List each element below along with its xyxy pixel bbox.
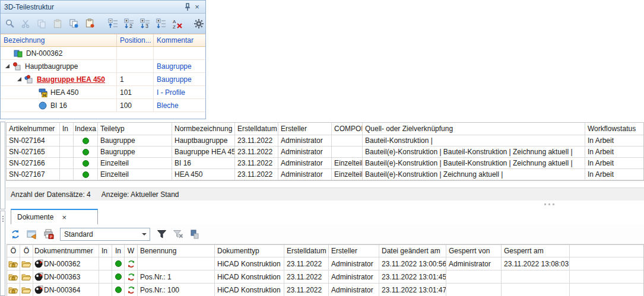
send-to-icon[interactable] — [27, 229, 37, 240]
folder-locked-icon — [8, 260, 18, 268]
expand-level-2-icon[interactable]: 2 — [124, 18, 135, 29]
cell-geaendert-am: 23.11.2022 13:00:56 — [379, 257, 446, 270]
pin-icon[interactable] — [183, 2, 192, 12]
tree-row[interactable]: DN-000362 — [1, 47, 205, 60]
close-icon[interactable]: × — [192, 2, 202, 12]
expander-icon[interactable] — [5, 64, 9, 68]
collapsed-panel-strip[interactable] — [0, 211, 5, 296]
tab-close-icon[interactable]: × — [62, 213, 66, 222]
cell-in1 — [99, 284, 112, 296]
expander-icon[interactable] — [17, 77, 21, 81]
document-number[interactable]: DN-000363 — [44, 273, 80, 281]
col-oeffnen-2[interactable]: Ö — [20, 245, 33, 257]
cell-erstelldatum: 23.11.2022 — [235, 158, 278, 168]
splitter-grip-dots — [2, 216, 4, 223]
col-gesperrt-von[interactable]: Gesperrt von — [446, 245, 502, 257]
document-row[interactable]: DN-000364 Pos.Nr.: 100 HiCAD Konstruktio… — [7, 284, 643, 296]
collapse-all-icon[interactable] — [108, 18, 119, 29]
paste-icon[interactable] — [52, 18, 63, 29]
copy-with-reference-icon[interactable] — [68, 18, 79, 29]
col-workflowstatus[interactable]: Workflowstatus — [585, 123, 643, 135]
col-ersteller[interactable]: Ersteller — [329, 245, 379, 257]
col-in[interactable]: In — [60, 123, 74, 135]
col-in-2[interactable]: In — [112, 245, 125, 257]
parts-row[interactable]: SN-027165 Baugruppe Baugruppe HEA 450 23… — [7, 147, 643, 158]
cell-verknuepfung: Bauteil(e)-Konstruktion | Zeichnung aktu… — [363, 169, 585, 180]
svg-text:H: H — [43, 93, 46, 97]
expand-level-3-icon[interactable]: 3 — [140, 18, 151, 29]
cell-open-locked[interactable] — [7, 284, 20, 296]
refresh-icon[interactable] — [10, 229, 21, 240]
col-artikelnummer[interactable]: Artikelnummer — [7, 123, 60, 135]
copy-reference-icon[interactable] — [189, 229, 200, 240]
tree-row[interactable]: H HEA 450 101 I - Profile — [1, 86, 205, 99]
document-number[interactable]: DN-000364 — [44, 286, 80, 294]
cell-artikelnummer: SN-027164 — [7, 135, 60, 146]
cell-open-locked[interactable] — [7, 270, 20, 283]
col-in-1[interactable]: In — [99, 245, 112, 257]
col-gesperrt-am[interactable]: Gesperrt am — [502, 245, 570, 257]
col-dokumenttyp[interactable]: Dokumenttyp — [215, 245, 284, 257]
tree-column-bezeichnung[interactable]: Bezeichnung — [1, 34, 117, 46]
cell-open[interactable] — [20, 284, 33, 296]
col-normbezeichnung[interactable]: Normbezeichnung — [172, 123, 235, 135]
tree-row[interactable]: Hauptbaugruppe Baugruppe — [1, 60, 205, 73]
cell-workflowstatus: In Arbeit — [585, 147, 643, 157]
tree-item-comment: Baugruppe — [154, 73, 205, 85]
col-verknuepfung[interactable]: Quell- oder Zielverknüpfung — [363, 123, 585, 135]
col-index[interactable]: Indexa — [74, 123, 98, 135]
search-icon[interactable] — [4, 18, 15, 29]
cell-open[interactable] — [20, 270, 33, 283]
copy-icon[interactable] — [36, 18, 47, 29]
col-benennung[interactable]: Benennung — [138, 245, 215, 257]
settings-gear-icon[interactable] — [193, 18, 204, 29]
col-erstelldatum[interactable]: Erstelldatum — [235, 123, 278, 135]
record-count-label: Anzahl der Datensätze: 4 — [11, 190, 91, 199]
paste-with-reference-icon[interactable] — [84, 18, 95, 29]
tree-column-kommentar[interactable]: Kommentar — [154, 34, 205, 46]
clear-filter-icon[interactable] — [173, 229, 183, 240]
cut-icon[interactable] — [20, 18, 31, 29]
splitter-grip[interactable] — [544, 203, 554, 205]
col-teiletyp[interactable]: Teiletyp — [98, 123, 172, 135]
parts-table-header[interactable]: Artikelnummer In Indexa Teiletyp Normbez… — [7, 123, 643, 135]
filter-icon[interactable] — [156, 229, 167, 240]
expand-all-icon[interactable] — [156, 18, 167, 29]
tree-row[interactable]: Baugruppe HEA 450 1 Baugruppe — [1, 73, 205, 86]
cell-index — [74, 158, 98, 168]
folder-locked-icon — [8, 273, 18, 281]
document-number[interactable]: DN-000362 — [44, 260, 80, 268]
cell-open-locked[interactable] — [7, 257, 20, 270]
col-erstelldatum[interactable]: Erstelldatum — [284, 245, 329, 257]
parts-row[interactable]: SN-027166 Einzelteil BI 16 23.11.2022 Ad… — [7, 158, 643, 169]
tree-grid-header[interactable]: Bezeichnung Position... Kommentar — [1, 34, 205, 47]
chevron-down-icon[interactable] — [139, 228, 150, 240]
parts-row[interactable]: SN-027164 Baugruppe Hauptbaugruppe 23.11… — [7, 135, 643, 147]
tree-item-label[interactable]: HEA 450 — [50, 88, 78, 97]
col-w[interactable]: W — [125, 245, 138, 257]
parts-row[interactable]: SN-027167 Einzelteil HEA 450 23.11.2022 … — [7, 169, 643, 180]
filter-preset-combobox[interactable]: Standard — [60, 228, 150, 241]
col-oeffnen-1[interactable]: Ö — [7, 245, 20, 257]
tree-item-label[interactable]: BI 16 — [50, 101, 67, 110]
remove-sorting-icon[interactable]: AZ — [172, 18, 183, 29]
document-row[interactable]: DN-000362 HiCAD Konstruktion 23.11.2022 … — [7, 257, 643, 270]
tree-panel-titlebar: 3D-Teilestruktur × — [1, 1, 205, 14]
documents-table-header[interactable]: Ö Ö Dokumentnummer In In W Benennung Dok… — [7, 245, 643, 257]
col-dokumentnummer[interactable]: Dokumentnummer — [33, 245, 99, 257]
tree-item-label[interactable]: Baugruppe HEA 450 — [37, 75, 105, 84]
document-row[interactable]: DN-000363 Pos.Nr.: 1 HiCAD Konstruktion … — [7, 270, 643, 284]
tab-dokumente[interactable]: Dokumente × — [11, 209, 98, 224]
col-component[interactable]: COMPOI — [332, 123, 363, 135]
print-icon[interactable]: P — [43, 229, 54, 240]
col-ersteller[interactable]: Ersteller — [278, 123, 332, 135]
collapsed-panel-strip[interactable] — [0, 122, 5, 209]
tree-column-position[interactable]: Position... — [117, 34, 154, 46]
folder-locked-icon — [8, 286, 18, 294]
tree-item-label[interactable]: DN-000362 — [26, 49, 62, 58]
tree-row[interactable]: BI 16 100 Bleche — [1, 99, 205, 112]
svg-text:P: P — [50, 235, 52, 239]
tree-item-label[interactable]: Hauptbaugruppe — [25, 62, 78, 71]
cell-open[interactable] — [20, 257, 33, 270]
col-datei-geaendert-am[interactable]: Datei geändert am — [379, 245, 446, 257]
